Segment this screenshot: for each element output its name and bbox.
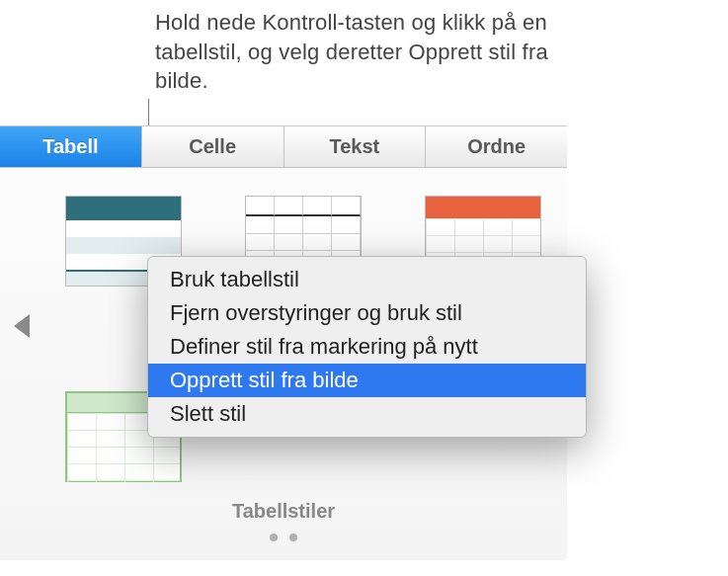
menu-item-create-style-from-image[interactable]: Opprett stil fra bilde <box>148 364 586 397</box>
menu-item-clear-overrides[interactable]: Fjern overstyringer og bruk stil <box>148 296 586 330</box>
styles-section-title: Tabellstiler <box>0 500 567 523</box>
pager-dot-icon <box>289 534 297 541</box>
tab-celle[interactable]: Celle <box>142 126 284 167</box>
tab-tabell[interactable]: Tabell <box>0 126 142 167</box>
tab-ordne[interactable]: Ordne <box>426 126 567 167</box>
callout-text: Hold nede Kontroll-tasten og klikk på en… <box>155 8 580 96</box>
tab-tekst[interactable]: Tekst <box>284 126 427 167</box>
tab-bar: Tabell Celle Tekst Ordne <box>0 126 567 168</box>
table-style-context-menu: Bruk tabellstil Fjern overstyringer og b… <box>147 256 587 438</box>
pager-dot-icon <box>270 534 278 541</box>
menu-item-redefine-style[interactable]: Definer stil fra markering på nytt <box>148 330 586 364</box>
styles-pager-dots[interactable] <box>0 528 567 545</box>
prev-styles-arrow-icon[interactable] <box>14 314 30 338</box>
menu-item-apply-style[interactable]: Bruk tabellstil <box>148 263 586 296</box>
menu-item-delete-style[interactable]: Slett stil <box>148 397 586 431</box>
